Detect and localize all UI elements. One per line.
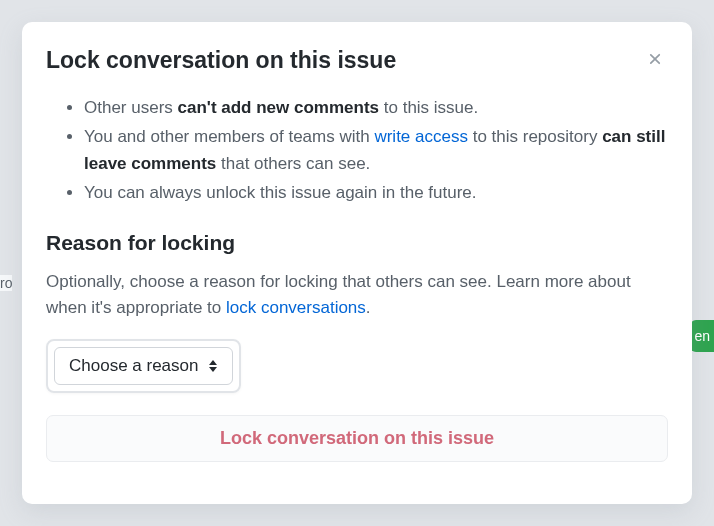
reason-heading: Reason for locking <box>46 231 668 255</box>
background-fragment-right: en <box>690 320 714 352</box>
text: to this repository <box>468 127 602 146</box>
modal-title: Lock conversation on this issue <box>46 46 396 76</box>
text: . <box>366 298 371 317</box>
close-button[interactable] <box>642 46 668 75</box>
select-caret-icon <box>208 360 218 372</box>
reason-select-highlight: Choose a reason <box>46 339 241 393</box>
text: to this issue. <box>379 98 478 117</box>
info-list: Other users can't add new comments to th… <box>46 94 668 207</box>
background-fragment-left: ro <box>0 275 12 291</box>
lock-conversation-modal: Lock conversation on this issue Other us… <box>22 22 692 504</box>
lock-conversations-link[interactable]: lock conversations <box>226 298 366 317</box>
close-icon <box>646 50 664 71</box>
lock-conversation-button[interactable]: Lock conversation on this issue <box>46 415 668 462</box>
text: You and other members of teams with <box>84 127 374 146</box>
info-list-item: You can always unlock this issue again i… <box>84 179 668 206</box>
write-access-link[interactable]: write access <box>374 127 468 146</box>
reason-description: Optionally, choose a reason for locking … <box>46 269 668 322</box>
text: Other users <box>84 98 178 117</box>
text: You can always unlock this issue again i… <box>84 183 477 202</box>
info-list-item: You and other members of teams with writ… <box>84 123 668 177</box>
reason-select[interactable]: Choose a reason <box>54 347 233 385</box>
modal-header: Lock conversation on this issue <box>46 46 668 76</box>
reason-select-label: Choose a reason <box>69 356 198 376</box>
info-list-item: Other users can't add new comments to th… <box>84 94 668 121</box>
text-bold: can't add new comments <box>178 98 379 117</box>
text: that others can see. <box>216 154 370 173</box>
